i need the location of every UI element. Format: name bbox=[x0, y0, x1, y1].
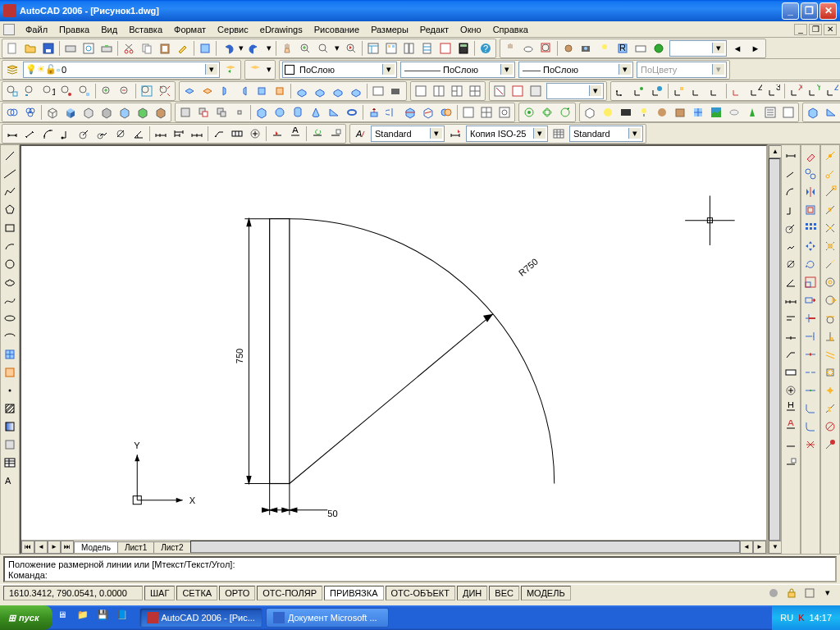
extend-icon[interactable] bbox=[802, 328, 819, 345]
solid-box-icon[interactable] bbox=[253, 104, 270, 121]
xline-icon[interactable] bbox=[2, 166, 18, 182]
color-combo[interactable]: ПоСлою▾ bbox=[282, 62, 397, 78]
menu-view[interactable]: Вид bbox=[95, 23, 123, 36]
osnap-mid-icon[interactable] bbox=[822, 202, 838, 218]
osnap-none-icon[interactable] bbox=[822, 418, 838, 435]
ellipse-arc-icon[interactable] bbox=[2, 328, 18, 345]
designcenter-icon[interactable] bbox=[383, 40, 399, 57]
view-front-icon[interactable] bbox=[253, 83, 270, 99]
grid-toggle[interactable]: СЕТКА bbox=[176, 586, 217, 600]
r1-tedit-icon[interactable]: A bbox=[783, 418, 799, 435]
r1-cont-icon[interactable] bbox=[783, 328, 799, 345]
osnap-quad-icon[interactable] bbox=[822, 292, 838, 308]
spline-icon[interactable] bbox=[2, 292, 18, 308]
zoom-object-icon[interactable] bbox=[76, 83, 93, 99]
undo-icon[interactable] bbox=[219, 40, 235, 57]
r1-arc-icon[interactable] bbox=[783, 184, 799, 200]
save-icon[interactable] bbox=[40, 40, 57, 57]
renderopt-icon[interactable] bbox=[762, 104, 778, 121]
ql1-icon[interactable]: 🖥 bbox=[57, 609, 74, 626]
close-button[interactable]: ✕ bbox=[819, 2, 837, 20]
quickcalc-icon[interactable] bbox=[455, 40, 472, 57]
layer-combo[interactable]: 💡☀🔓▫ 0▾ bbox=[23, 62, 220, 78]
r1-aligned-icon[interactable] bbox=[783, 166, 799, 182]
tab-prev[interactable]: ◄ bbox=[34, 541, 48, 554]
solid-torus-icon[interactable] bbox=[344, 104, 360, 121]
status-tray-icon[interactable]: ▾ bbox=[819, 585, 836, 601]
erase-icon[interactable] bbox=[802, 148, 819, 164]
make-block-icon[interactable] bbox=[2, 364, 18, 381]
ref-camera-icon[interactable] bbox=[578, 40, 595, 57]
subtract-icon[interactable] bbox=[195, 104, 212, 121]
menu-format[interactable]: Формат bbox=[168, 23, 212, 36]
r1-center-icon[interactable] bbox=[783, 382, 799, 399]
solid-cyl-icon[interactable] bbox=[290, 104, 306, 121]
fog-icon[interactable] bbox=[726, 104, 742, 121]
ucs-face-icon[interactable] bbox=[689, 83, 705, 99]
mtext-icon[interactable]: A bbox=[2, 472, 18, 489]
ucs-view-icon[interactable] bbox=[707, 83, 724, 99]
menu-modify[interactable]: Редакт bbox=[414, 23, 454, 36]
ql2-icon[interactable]: 📁 bbox=[77, 609, 94, 626]
insert-block-icon[interactable] bbox=[2, 346, 18, 363]
r1-quick-icon[interactable] bbox=[783, 292, 799, 308]
layer-manager-icon[interactable] bbox=[4, 62, 21, 78]
dim-arc-icon[interactable] bbox=[40, 126, 57, 142]
menu-edit[interactable]: Правка bbox=[53, 23, 95, 36]
hscroll-right[interactable]: ► bbox=[753, 541, 766, 554]
menu-help[interactable]: Справка bbox=[487, 23, 534, 36]
dim-edit-icon[interactable] bbox=[269, 126, 285, 142]
ucs-y-icon[interactable]: Y bbox=[806, 83, 822, 99]
prim-wedge-icon[interactable] bbox=[823, 104, 839, 121]
region2-icon[interactable] bbox=[2, 436, 18, 453]
gradient-icon[interactable] bbox=[2, 418, 18, 435]
dim-quick-icon[interactable] bbox=[153, 126, 169, 142]
textstyle-combo[interactable]: Standard▾ bbox=[371, 126, 445, 142]
r1-ord-icon[interactable] bbox=[783, 202, 799, 218]
solid-cone-icon[interactable] bbox=[308, 104, 324, 121]
osnap-par-icon[interactable] bbox=[822, 346, 838, 363]
rotate-icon[interactable] bbox=[802, 256, 819, 272]
new-icon[interactable] bbox=[4, 40, 21, 57]
ucs-named-icon[interactable] bbox=[613, 83, 629, 99]
circle2-icon[interactable] bbox=[4, 104, 21, 121]
fillet-icon[interactable] bbox=[802, 418, 819, 435]
dim-linear-icon[interactable] bbox=[4, 126, 21, 142]
union-icon[interactable] bbox=[213, 104, 230, 121]
model-toggle[interactable]: МОДЕЛЬ bbox=[521, 586, 571, 600]
matlib-icon[interactable] bbox=[672, 104, 688, 121]
zoom-dropdown[interactable]: ▾ bbox=[332, 43, 342, 53]
osnap-end-icon[interactable] bbox=[822, 184, 838, 200]
osnap-perp-icon[interactable] bbox=[822, 328, 838, 345]
tab-first[interactable]: ⏮ bbox=[21, 541, 34, 554]
bg-icon[interactable] bbox=[708, 104, 724, 121]
r1-edit-icon[interactable]: H bbox=[783, 400, 799, 417]
viewport-1-icon[interactable] bbox=[413, 83, 429, 99]
zoom-scale-icon[interactable]: 1: bbox=[40, 83, 57, 99]
maximize-button[interactable]: ❐ bbox=[801, 2, 818, 20]
dim-tol-icon[interactable] bbox=[229, 126, 245, 142]
view-left-icon[interactable] bbox=[217, 83, 234, 99]
status-comm-icon[interactable] bbox=[765, 585, 782, 601]
dim-tedit-icon[interactable]: A bbox=[287, 126, 304, 142]
layer-states-drop[interactable]: ▾ bbox=[264, 64, 274, 75]
dim-continue-icon[interactable] bbox=[189, 126, 205, 142]
layer-states-icon[interactable] bbox=[247, 62, 263, 78]
trim-icon[interactable] bbox=[802, 310, 819, 326]
viewport-3-icon[interactable] bbox=[449, 83, 465, 99]
polygon-icon[interactable] bbox=[2, 202, 18, 218]
tablestyle-combo[interactable]: Standard▾ bbox=[569, 126, 643, 142]
command-window[interactable]: Положение размерной линии или [Мтекст/Те… bbox=[3, 556, 837, 582]
paste-icon[interactable] bbox=[157, 40, 173, 57]
dim-jog-icon[interactable] bbox=[94, 126, 111, 142]
status-lock-icon[interactable] bbox=[783, 585, 800, 601]
tab-last[interactable]: ⏭ bbox=[61, 541, 74, 554]
ucs-object-icon[interactable] bbox=[671, 83, 687, 99]
osnap-near-icon[interactable] bbox=[822, 400, 838, 417]
zoom-all-icon[interactable] bbox=[139, 83, 155, 99]
menu-insert[interactable]: Вставка bbox=[123, 23, 168, 36]
intersect-icon[interactable] bbox=[231, 104, 248, 121]
zoom-center-icon[interactable] bbox=[58, 83, 75, 99]
mapping-icon[interactable] bbox=[690, 104, 706, 121]
tablestyle-icon[interactable] bbox=[550, 126, 567, 142]
